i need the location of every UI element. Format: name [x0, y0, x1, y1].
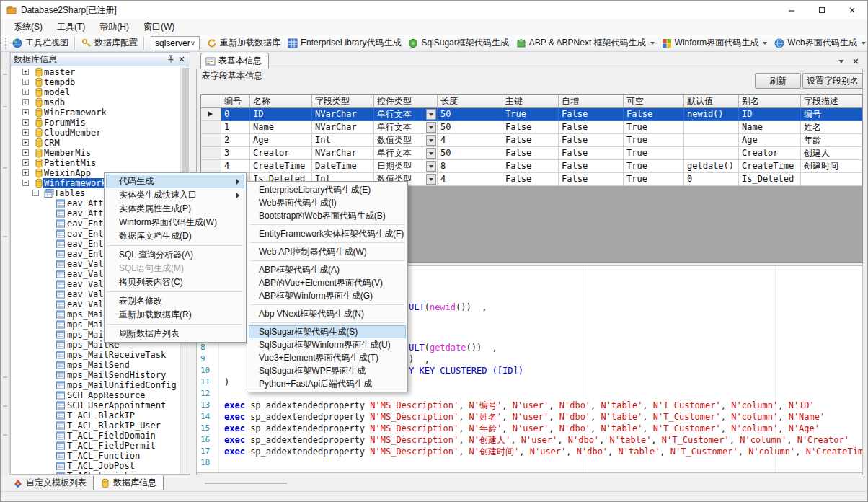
- tree-item[interactable]: mps_MailUnifiedConfig: [11, 380, 188, 390]
- grid-cell[interactable]: 2: [221, 134, 250, 147]
- column-header[interactable]: 字段类型: [312, 95, 374, 108]
- web-gen-button[interactable]: Web界面代码生成: [771, 35, 868, 51]
- grid-cell[interactable]: 创建人: [801, 147, 862, 160]
- tree-item[interactable]: +ForumMis: [11, 118, 188, 128]
- cell-dropdown-button[interactable]: [426, 135, 436, 146]
- grid-cell[interactable]: 1: [221, 121, 250, 134]
- grid-cell[interactable]: False: [502, 160, 559, 173]
- tree-item[interactable]: mps_MailSendHistory: [11, 370, 188, 380]
- grid-cell[interactable]: 3: [221, 147, 250, 160]
- reload-db-button[interactable]: 重新加载数据库: [203, 35, 284, 51]
- enterpriselibrary-gen-button[interactable]: EnterpriseLibrary代码生成: [284, 35, 404, 51]
- tree-item[interactable]: +WinFramework: [11, 107, 188, 118]
- grid-cell[interactable]: Name: [739, 121, 801, 134]
- row-header[interactable]: [201, 134, 221, 147]
- grid-cell[interactable]: Age: [250, 134, 312, 147]
- tree-item[interactable]: +tempdb: [11, 77, 188, 87]
- grid-cell[interactable]: 0: [684, 173, 739, 186]
- menu-item[interactable]: ABP框架Winform界面生成(G): [249, 289, 406, 302]
- grid-cell[interactable]: Int: [312, 134, 374, 147]
- grid-cell[interactable]: 单行文本: [374, 121, 438, 134]
- menu-item[interactable]: Abp VNext框架代码生成(N): [249, 307, 406, 320]
- tree-item[interactable]: T_ACL_BlackIP_User: [11, 420, 188, 431]
- menu-item[interactable]: EnterpriseLibrary代码生成(E): [249, 183, 406, 196]
- grid-cell[interactable]: False: [502, 173, 559, 186]
- grid-cell[interactable]: [684, 121, 739, 134]
- row-header[interactable]: [201, 108, 221, 121]
- grid-cell[interactable]: 8: [438, 160, 502, 173]
- grid-cell[interactable]: False: [624, 108, 684, 121]
- cell-dropdown-button[interactable]: [426, 161, 436, 172]
- grid-cell[interactable]: True: [624, 121, 684, 134]
- tree-item[interactable]: T_ACL_FieldPermit: [11, 441, 188, 451]
- menu-item[interactable]: SqlSugar框架WPF界面生成: [249, 364, 406, 377]
- tree-expand-box[interactable]: +: [22, 159, 29, 166]
- sqlsugar-gen-button[interactable]: SqlSugar框架代码生成: [404, 35, 512, 51]
- grid-cell[interactable]: 4: [438, 173, 502, 186]
- tree-item[interactable]: T_ACL_FieldDomain: [11, 431, 188, 441]
- menu-item[interactable]: 代码生成: [106, 175, 244, 188]
- grid-cell[interactable]: 0: [221, 108, 250, 121]
- menu-item[interactable]: Winform界面代码生成(W): [106, 216, 244, 229]
- grid-cell[interactable]: NVarChar: [312, 121, 374, 134]
- db-config-button[interactable]: 数据库配置: [78, 35, 141, 51]
- grid-cell[interactable]: 年龄: [801, 134, 862, 147]
- grid-cell[interactable]: newid(): [684, 108, 739, 121]
- column-header[interactable]: 自增: [559, 95, 624, 108]
- menu-item[interactable]: 表别名修改: [106, 294, 244, 308]
- tree-item[interactable]: +model: [11, 87, 188, 97]
- tree-expand-box[interactable]: +: [22, 69, 29, 75]
- tab-table-basic-info[interactable]: 表基本信息: [200, 53, 269, 69]
- tree-item[interactable]: +PatientMis: [11, 158, 188, 168]
- tree-item[interactable]: SCH_UserAppointment: [11, 400, 188, 410]
- main-close-icon[interactable]: [850, 56, 861, 66]
- cell-dropdown-button[interactable]: [426, 174, 436, 185]
- grid-cell[interactable]: 4: [221, 160, 250, 173]
- column-header[interactable]: 别名: [739, 95, 801, 108]
- row-header[interactable]: [201, 160, 221, 173]
- column-header[interactable]: 名称: [250, 95, 312, 108]
- chevron-down-icon[interactable]: [836, 56, 846, 66]
- menu-item[interactable]: 刷新数据库列表: [106, 327, 244, 340]
- grid-cell[interactable]: False: [559, 134, 624, 147]
- grid-cell[interactable]: False: [502, 121, 559, 134]
- menu-item[interactable]: 实体类生成快速入口: [106, 188, 244, 202]
- grid-cell[interactable]: 姓名: [801, 121, 862, 134]
- menu-item[interactable]: ABP的Vue+Element界面代码(V): [249, 276, 406, 289]
- menu-item[interactable]: SqlSugar框架代码生成(S): [249, 325, 406, 338]
- tree-expand-box[interactable]: +: [22, 169, 29, 176]
- tree-item[interactable]: +master: [11, 67, 188, 77]
- maximize-button[interactable]: [807, 1, 837, 19]
- grid-cell[interactable]: NVarChar: [312, 108, 374, 121]
- tree-item[interactable]: +MemberMis: [11, 148, 188, 158]
- grid-corner-header[interactable]: [201, 95, 221, 108]
- grid-cell[interactable]: True: [624, 173, 684, 186]
- grid-cell[interactable]: 单行文本: [374, 108, 438, 121]
- grid-cell[interactable]: DateTime: [312, 160, 374, 173]
- tree-expand-box[interactable]: −: [22, 180, 29, 186]
- tree-expand-box[interactable]: +: [22, 109, 29, 115]
- menu-item[interactable]: Bootstrap的Web界面代码生成(B): [249, 209, 406, 222]
- grid-cell[interactable]: 创建时间: [801, 160, 862, 173]
- grid-cell[interactable]: ID: [250, 108, 312, 121]
- menu-system[interactable]: 系统(S): [6, 19, 50, 35]
- grid-cell[interactable]: 单行文本: [374, 147, 438, 160]
- grid-cell[interactable]: False: [559, 160, 624, 173]
- grid-cell[interactable]: False: [502, 134, 559, 147]
- grid-cell[interactable]: CreateTime: [739, 160, 801, 173]
- tree-expand-box[interactable]: +: [22, 89, 29, 95]
- tree-item[interactable]: T_ACL_BlackIP: [11, 410, 188, 420]
- column-header[interactable]: 主键: [502, 95, 559, 108]
- grid-cell[interactable]: 50: [438, 147, 502, 160]
- grid-cell[interactable]: [684, 147, 739, 160]
- grid-cell[interactable]: Creator: [250, 147, 312, 160]
- grid-cell[interactable]: Name: [250, 121, 312, 134]
- tree-expand-box[interactable]: −: [32, 190, 39, 196]
- toolbar-view-button[interactable]: 工具栏视图: [9, 35, 72, 51]
- grid-cell[interactable]: 日期类型: [374, 160, 438, 173]
- menu-item[interactable]: 重新加载数据库(R): [106, 308, 244, 322]
- menu-item[interactable]: EntityFramework实体框架代码生成(F): [249, 227, 406, 240]
- menu-item[interactable]: ABP框架代码生成(A): [249, 263, 406, 276]
- grid-cell[interactable]: 4: [438, 134, 502, 147]
- panel-close-icon[interactable]: [176, 54, 187, 65]
